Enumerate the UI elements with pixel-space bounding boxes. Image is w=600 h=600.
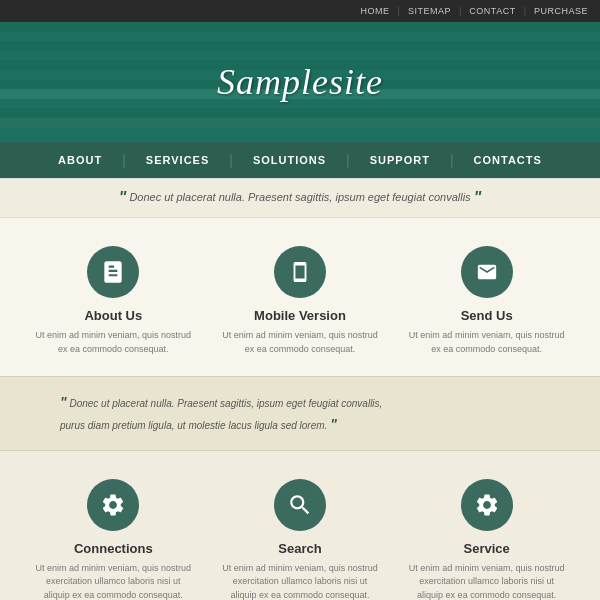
top-purchase-link[interactable]: PURCHASE [534, 6, 588, 16]
search-title: Search [220, 541, 380, 556]
service-title: Service [407, 541, 567, 556]
feature-about-us: About Us Ut enim ad minim veniam, quis n… [33, 246, 193, 356]
nav-contacts[interactable]: CONTACTS [454, 154, 562, 166]
features-section-2: Connections Ut enim ad minim veniam, qui… [0, 451, 600, 600]
feature-mobile: Mobile Version Ut enim ad minim veniam, … [220, 246, 380, 356]
top-bar: HOME | SITEMAP | CONTACT | PURCHASE [0, 0, 600, 22]
quote-text-1: Donec ut placerat nulla. Praesent sagitt… [129, 191, 470, 203]
quote-open-1: " [119, 189, 127, 206]
service-text: Ut enim ad minim veniam, quis nostrud ex… [407, 562, 567, 600]
quote-section-2: " Donec ut placerat nulla. Praesent sagi… [0, 376, 600, 451]
features-section-1: About Us Ut enim ad minim veniam, quis n… [0, 218, 600, 376]
connections-title: Connections [33, 541, 193, 556]
quote-close-2: " [330, 416, 337, 432]
quote-open-2: " [60, 394, 67, 410]
feature-service: Service Ut enim ad minim veniam, quis no… [407, 479, 567, 600]
top-sep1: | [398, 6, 400, 16]
quote-close-1: " [474, 189, 482, 206]
main-nav: ABOUT | SERVICES | SOLUTIONS | SUPPORT |… [0, 142, 600, 178]
search-text: Ut enim ad minim veniam, quis nostrud ex… [220, 562, 380, 600]
send-us-text: Ut enim ad minim veniam, quis nostrud ex… [407, 329, 567, 356]
quote-bar-1: " Donec ut placerat nulla. Praesent sagi… [0, 178, 600, 218]
nav-support[interactable]: SUPPORT [350, 154, 450, 166]
service-icon [461, 479, 513, 531]
search-icon [274, 479, 326, 531]
site-title: Samplesite [217, 61, 383, 103]
mobile-text: Ut enim ad minim veniam, quis nostrud ex… [220, 329, 380, 356]
connections-text: Ut enim ad minim veniam, quis nostrud ex… [33, 562, 193, 600]
about-us-title: About Us [33, 308, 193, 323]
hero-section: Samplesite [0, 22, 600, 142]
top-sep3: | [524, 6, 526, 16]
send-us-title: Send Us [407, 308, 567, 323]
feature-search: Search Ut enim ad minim veniam, quis nos… [220, 479, 380, 600]
feature-connections: Connections Ut enim ad minim veniam, qui… [33, 479, 193, 600]
top-sitemap-link[interactable]: SITEMAP [408, 6, 451, 16]
about-us-text: Ut enim ad minim veniam, quis nostrud ex… [33, 329, 193, 356]
top-home-link[interactable]: HOME [361, 6, 390, 16]
nav-solutions[interactable]: SOLUTIONS [233, 154, 346, 166]
feature-send-us: Send Us Ut enim ad minim veniam, quis no… [407, 246, 567, 356]
nav-about[interactable]: ABOUT [38, 154, 122, 166]
nav-services[interactable]: SERVICES [126, 154, 229, 166]
about-us-icon [87, 246, 139, 298]
top-contact-link[interactable]: CONTACT [469, 6, 515, 16]
mobile-icon [274, 246, 326, 298]
mobile-title: Mobile Version [220, 308, 380, 323]
top-sep2: | [459, 6, 461, 16]
send-us-icon [461, 246, 513, 298]
connections-icon [87, 479, 139, 531]
